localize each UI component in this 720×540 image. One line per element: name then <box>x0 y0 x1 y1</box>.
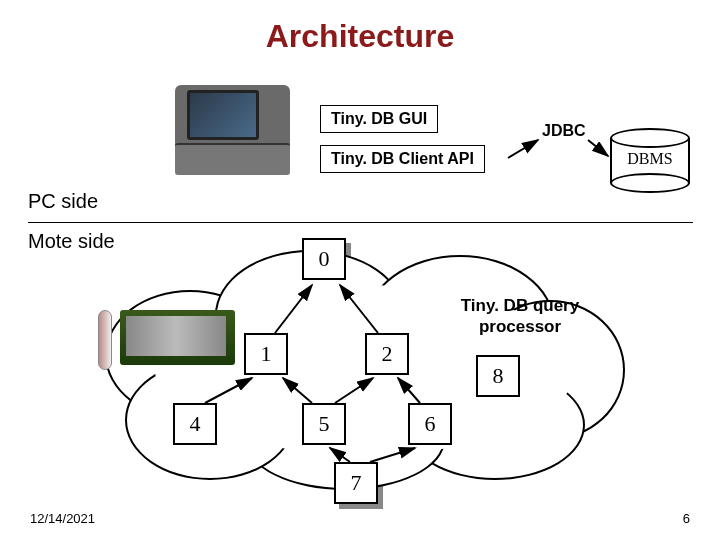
node-0: 0 <box>302 238 346 280</box>
slide-title: Architecture <box>0 18 720 55</box>
laptop-image <box>175 85 290 175</box>
pc-side-label: PC side <box>28 190 98 213</box>
jdbc-label: JDBC <box>542 122 586 140</box>
dbms-cylinder: DBMS <box>610 128 690 193</box>
tinydb-gui-box: Tiny. DB GUI <box>320 105 438 133</box>
node-2: 2 <box>365 333 409 375</box>
svg-line-1 <box>588 140 608 156</box>
mote-device-image <box>98 310 112 370</box>
footer-date: 12/14/2021 <box>30 511 95 526</box>
tinydb-api-box: Tiny. DB Client API <box>320 145 485 173</box>
sensor-board-image <box>120 310 235 365</box>
divider-line <box>28 222 693 223</box>
svg-line-0 <box>508 140 538 158</box>
dbms-label: DBMS <box>610 150 690 168</box>
node-6: 6 <box>408 403 452 445</box>
node-8: 8 <box>476 355 520 397</box>
node-4: 4 <box>173 403 217 445</box>
tinydb-processor-label: Tiny. DB query processor <box>425 295 615 338</box>
footer-page-number: 6 <box>683 511 690 526</box>
node-5: 5 <box>302 403 346 445</box>
node-7: 7 <box>334 462 378 504</box>
node-1: 1 <box>244 333 288 375</box>
